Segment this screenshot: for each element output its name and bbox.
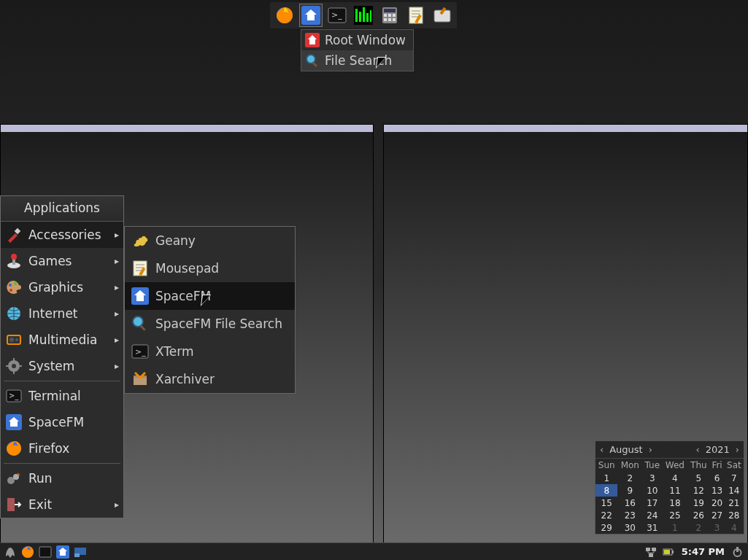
launcher-file-manager[interactable]: [299, 4, 323, 27]
menu-pin-terminal[interactable]: >_ Terminal: [1, 383, 123, 409]
calendar-day[interactable]: 31: [642, 521, 662, 534]
calendar-day[interactable]: 29: [595, 521, 617, 534]
launcher-menu-file-search[interactable]: File Search: [301, 50, 413, 71]
svg-point-33: [9, 289, 12, 292]
menu-cat-label: Accessories: [28, 228, 101, 242]
submenu-item-label: XTerm: [155, 344, 194, 359]
submenu-item-xarchiver[interactable]: Xarchiver: [125, 365, 295, 393]
calendar-grid: SunMonTueWedThuFriSat 123456789101112131…: [595, 459, 744, 534]
calendar-day[interactable]: 30: [617, 521, 642, 534]
launcher-menu-label: Root Window: [325, 33, 406, 47]
calendar-day[interactable]: 3: [709, 521, 724, 534]
calendar-day[interactable]: 9: [617, 484, 642, 497]
calendar-day[interactable]: 18: [662, 497, 687, 509]
svg-rect-61: [140, 325, 146, 331]
submenu-item-geany[interactable]: Geany: [125, 227, 295, 254]
taskbar: 5:47 PM: [0, 542, 748, 560]
menu-cat-accessories[interactable]: Accessories: [1, 222, 123, 248]
taskbar-filemanager[interactable]: [55, 545, 70, 559]
svg-rect-75: [672, 551, 674, 553]
svg-rect-45: [19, 365, 22, 367]
svg-rect-16: [388, 18, 391, 21]
calendar-day[interactable]: 2: [687, 521, 709, 534]
launcher-menu-root-window[interactable]: Root Window: [301, 30, 413, 50]
menu-cat-games[interactable]: Games: [1, 248, 123, 274]
calendar-day[interactable]: 13: [709, 484, 724, 497]
calendar-day[interactable]: 27: [709, 509, 724, 521]
knife-icon: [5, 226, 23, 244]
menu-foot-exit[interactable]: Exit: [1, 491, 123, 518]
launcher-htop[interactable]: [352, 4, 375, 27]
calendar-day[interactable]: 17: [642, 497, 662, 509]
calendar-day[interactable]: 4: [725, 521, 744, 534]
rocket-icon: [4, 545, 17, 559]
submenu-item-spacefm[interactable]: SpaceFM: [125, 282, 295, 310]
taskbar-menu-button[interactable]: [3, 545, 18, 559]
calendar-day[interactable]: 1: [662, 521, 687, 534]
launcher-text-editor[interactable]: [404, 4, 428, 27]
calendar-prev-year[interactable]: ‹: [696, 444, 700, 455]
menu-pin-firefox[interactable]: Firefox: [1, 435, 123, 462]
media-icon: [5, 331, 23, 349]
menu-foot-label: Exit: [28, 497, 52, 512]
launcher-firefox[interactable]: [273, 4, 296, 27]
calendar-next-month[interactable]: ›: [649, 444, 652, 455]
calendar-day[interactable]: 16: [617, 497, 642, 509]
calendar-day[interactable]: 25: [662, 509, 687, 521]
menu-cat-multimedia[interactable]: Multimedia: [1, 327, 123, 353]
svg-rect-52: [7, 498, 15, 511]
taskbar-terminal[interactable]: [38, 545, 53, 559]
calendar-day[interactable]: 8: [595, 484, 617, 497]
svg-point-60: [133, 316, 143, 327]
svg-rect-71: [646, 548, 650, 551]
launcher-terminal[interactable]: >_: [325, 4, 349, 27]
calendar-day[interactable]: 15: [595, 497, 617, 509]
calendar-day[interactable]: 7: [725, 472, 744, 484]
menu-cat-system[interactable]: System: [1, 353, 123, 379]
menu-pin-spacefm[interactable]: SpaceFM: [1, 409, 123, 435]
menu-separator: [4, 463, 120, 464]
calendar-day[interactable]: 2: [617, 472, 642, 484]
menu-foot-run[interactable]: Run: [1, 465, 123, 491]
svg-point-39: [15, 338, 18, 341]
calendar-day[interactable]: 4: [662, 472, 687, 484]
calendar-day[interactable]: 26: [687, 509, 709, 521]
svg-rect-17: [393, 18, 396, 21]
taskbar-firefox[interactable]: [20, 545, 35, 559]
submenu-item-mousepad[interactable]: Mousepad: [125, 254, 295, 282]
submenu-item-spacefm-search[interactable]: SpaceFM File Search: [125, 310, 295, 338]
terminal-icon: >_: [5, 387, 23, 405]
calendar-day[interactable]: 19: [687, 497, 709, 509]
calendar-day[interactable]: 21: [725, 497, 744, 509]
menu-cat-internet[interactable]: Internet: [1, 300, 123, 327]
taskbar-clock[interactable]: 5:47 PM: [682, 546, 725, 557]
calendar-day[interactable]: 12: [687, 484, 709, 497]
calendar-prev-month[interactable]: ‹: [600, 444, 604, 455]
calendar-day[interactable]: 23: [617, 509, 642, 521]
calendar-next-year[interactable]: ›: [736, 444, 739, 455]
tray-logout[interactable]: [730, 545, 745, 559]
launcher-calculator[interactable]: [378, 4, 401, 27]
calendar-day[interactable]: 20: [709, 497, 724, 509]
taskbar-show-desktop[interactable]: [73, 545, 88, 559]
menu-cat-graphics[interactable]: Graphics: [1, 274, 123, 300]
calendar-day[interactable]: 24: [642, 509, 662, 521]
calendar-day[interactable]: 6: [709, 472, 724, 484]
svg-rect-76: [664, 550, 670, 554]
submenu-item-xterm[interactable]: >_ XTerm: [125, 338, 295, 365]
tray-network[interactable]: [644, 545, 658, 559]
launcher-settings[interactable]: [431, 4, 454, 27]
calendar-day[interactable]: 14: [725, 484, 744, 497]
notepad-icon: [131, 259, 150, 278]
calendar-day[interactable]: 10: [642, 484, 662, 497]
calendar-dow: Fri: [709, 459, 724, 472]
htop-icon: [354, 6, 373, 25]
calendar-day[interactable]: 11: [662, 484, 687, 497]
tray-battery[interactable]: [661, 545, 676, 559]
calendar-day[interactable]: 3: [642, 472, 662, 484]
power-icon: [733, 545, 743, 559]
calendar-day[interactable]: 22: [595, 509, 617, 521]
calendar-day[interactable]: 28: [725, 509, 744, 521]
calendar-day[interactable]: 5: [687, 472, 709, 484]
calendar-day[interactable]: 1: [595, 472, 617, 484]
